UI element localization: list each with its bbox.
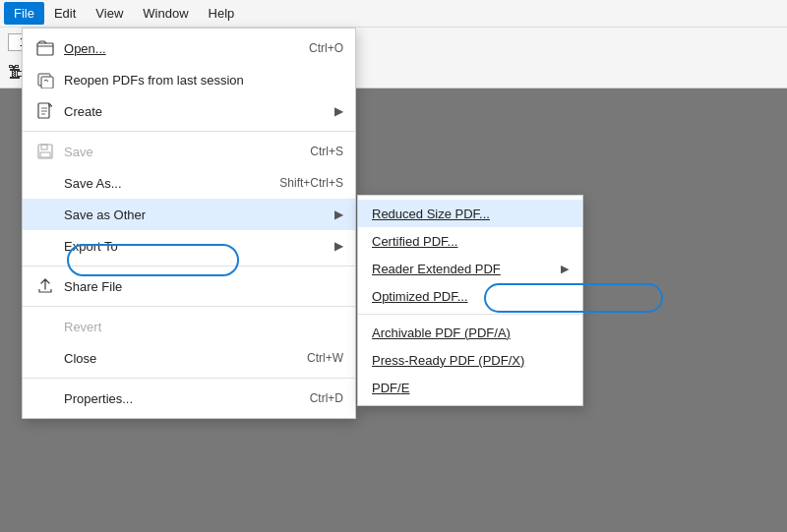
menu-item-revert[interactable]: Revert: [23, 311, 355, 342]
reopen-label: Reopen PDFs from last session: [64, 73, 343, 88]
save-icon: [34, 141, 56, 162]
open-label: Open...: [64, 41, 309, 56]
svg-rect-3: [38, 103, 49, 118]
saveasother-submenu: Reduced Size PDF... Certified PDF... Rea…: [357, 195, 583, 406]
sharefile-label: Share File: [64, 279, 343, 294]
optimized-label: Optimized PDF...: [372, 289, 569, 304]
open-shortcut: Ctrl+O: [309, 41, 343, 55]
menu-item-save[interactable]: Save Ctrl+S: [23, 136, 355, 167]
exportto-label: Export To: [64, 239, 327, 254]
menu-item-saveasother[interactable]: Save as Other ▶ Reduced Size PDF... Cert…: [23, 199, 355, 230]
saveasother-label: Save as Other: [64, 207, 327, 222]
close-label: Close: [64, 351, 307, 366]
svg-rect-5: [41, 145, 47, 149]
menu-item-properties[interactable]: Properties... Ctrl+D: [23, 383, 355, 414]
saveas-icon: [34, 172, 56, 194]
archivable-label: Archivable PDF (PDF/A): [372, 325, 569, 340]
svg-rect-0: [37, 43, 53, 55]
reopen-icon: [34, 69, 56, 90]
menu-edit[interactable]: Edit: [44, 2, 86, 25]
separator-1: [23, 131, 355, 132]
menu-help[interactable]: Help: [199, 2, 245, 25]
svg-rect-2: [41, 77, 53, 89]
menu-item-create[interactable]: Create ▶: [23, 95, 355, 127]
submenu-item-optimized[interactable]: Optimized PDF...: [358, 282, 582, 310]
menu-item-saveas[interactable]: Save As... Shift+Ctrl+S: [23, 167, 355, 199]
properties-label: Properties...: [64, 391, 310, 406]
file-menu-dropdown: Open... Ctrl+O Reopen PDFs from last ses…: [22, 28, 356, 419]
exportto-arrow: ▶: [334, 239, 343, 253]
revert-icon: [34, 316, 56, 337]
submenu-item-pressready[interactable]: Press-Ready PDF (PDF/X): [358, 346, 582, 374]
submenu-item-certified[interactable]: Certified PDF...: [358, 227, 582, 255]
create-icon: [34, 100, 56, 122]
pressready-label: Press-Ready PDF (PDF/X): [372, 353, 569, 368]
reduced-label: Reduced Size PDF...: [372, 207, 569, 221]
separator-4: [23, 378, 355, 379]
properties-shortcut: Ctrl+D: [310, 391, 343, 405]
saveasother-icon: [34, 204, 56, 225]
submenu-item-reduced[interactable]: Reduced Size PDF...: [358, 200, 582, 227]
menu-view[interactable]: View: [86, 2, 133, 25]
create-arrow: ▶: [334, 104, 343, 118]
separator-2: [23, 266, 355, 266]
submenu-item-reader-ext[interactable]: Reader Extended PDF ▶: [358, 255, 582, 282]
close-shortcut: Ctrl+W: [307, 351, 343, 365]
sharefile-icon: [34, 275, 56, 297]
submenu-item-archivable[interactable]: Archivable PDF (PDF/A): [358, 319, 582, 346]
revert-label: Revert: [64, 320, 343, 334]
menu-item-reopen[interactable]: Reopen PDFs from last session: [23, 64, 355, 95]
submenu-separator-1: [358, 314, 582, 315]
saveas-shortcut: Shift+Ctrl+S: [279, 176, 343, 190]
menu-item-sharefile[interactable]: Share File: [23, 270, 355, 302]
save-label: Save: [64, 145, 310, 159]
exportto-icon: [34, 235, 56, 257]
save-shortcut: Ctrl+S: [310, 145, 343, 158]
saveas-label: Save As...: [64, 176, 279, 191]
open-icon: [34, 37, 56, 59]
pdfe-label: PDF/E: [372, 381, 569, 395]
create-label: Create: [64, 104, 327, 119]
menu-item-exportto[interactable]: Export To ▶: [23, 230, 355, 262]
reader-ext-label: Reader Extended PDF: [372, 262, 557, 276]
reader-ext-arrow: ▶: [561, 263, 569, 275]
svg-rect-6: [40, 152, 50, 157]
menu-item-close[interactable]: Close Ctrl+W: [23, 342, 355, 374]
menubar: File Edit View Window Help: [0, 0, 787, 28]
saveasother-arrow: ▶: [334, 207, 343, 221]
menu-item-open[interactable]: Open... Ctrl+O: [23, 32, 355, 64]
menu-file[interactable]: File: [4, 2, 44, 25]
separator-3: [23, 306, 355, 307]
menu-window[interactable]: Window: [133, 2, 198, 25]
close-icon: [34, 347, 56, 369]
certified-label: Certified PDF...: [372, 234, 569, 249]
properties-icon: [34, 387, 56, 409]
submenu-item-pdfe[interactable]: PDF/E: [358, 374, 582, 401]
